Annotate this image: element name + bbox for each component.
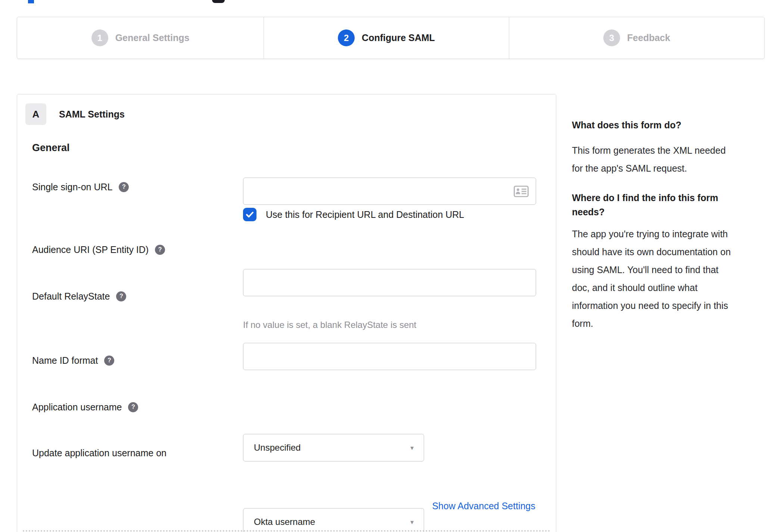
step-label: Configure SAML — [362, 32, 435, 43]
help-answer-1: This form generates the XML needed for t… — [572, 141, 750, 177]
default-relaystate-label: Default RelayState ? — [32, 290, 126, 303]
label-text: Default RelayState — [32, 291, 110, 302]
single-sign-on-url-label: Single sign-on URL ? — [32, 180, 129, 194]
name-id-format-label: Name ID format ? — [32, 354, 114, 367]
help-icon[interactable]: ? — [119, 182, 129, 192]
help-icon[interactable]: ? — [155, 245, 165, 255]
address-book-icon[interactable] — [514, 185, 529, 197]
wizard-stepper: 1 General Settings 2 Configure SAML 3 Fe… — [17, 17, 765, 59]
relaystate-hint: If no value is set, a blank RelayState i… — [243, 320, 416, 330]
step-label: Feedback — [627, 32, 670, 43]
help-icon[interactable]: ? — [104, 356, 114, 366]
chevron-down-icon: ▼ — [409, 445, 415, 451]
label-text: Single sign-on URL — [32, 182, 112, 193]
general-section-heading: General — [32, 142, 70, 154]
label-text: Update application username on — [32, 448, 167, 459]
recipient-destination-checkbox-row: Use this for Recipient URL and Destinati… — [243, 208, 464, 221]
help-question-2: Where do I find the info this form needs… — [572, 191, 750, 219]
application-username-label: Application username ? — [32, 400, 138, 414]
application-username-select[interactable]: Okta username ▼ — [243, 508, 424, 532]
step-number-badge: 3 — [603, 29, 620, 46]
label-text: Application username — [32, 402, 122, 413]
default-relaystate-field — [243, 343, 536, 370]
help-panel: What does this form do? This form genera… — [572, 118, 750, 332]
section-dotted-divider — [23, 530, 550, 532]
step-label: General Settings — [115, 32, 190, 43]
step-number-badge: 1 — [91, 29, 108, 46]
step-general-settings[interactable]: 1 General Settings — [17, 17, 264, 59]
update-application-username-label: Update application username on — [32, 446, 167, 460]
step-number-badge: 2 — [338, 29, 355, 46]
help-icon[interactable]: ? — [116, 291, 126, 301]
recipient-destination-checkbox[interactable] — [243, 208, 256, 221]
clipped-app-logo-remnant — [212, 0, 225, 3]
card-header: A SAML Settings — [25, 103, 125, 125]
selected-value: Okta username — [254, 517, 315, 527]
help-icon[interactable]: ? — [128, 402, 138, 412]
audience-uri-field — [243, 269, 536, 296]
show-advanced-settings-link[interactable]: Show Advanced Settings — [432, 501, 535, 511]
name-id-format-select[interactable]: Unspecified ▼ — [243, 434, 424, 461]
single-sign-on-url-field — [243, 178, 536, 205]
label-text: Name ID format — [32, 355, 98, 366]
help-answer-2: The app you're trying to integrate with … — [572, 225, 750, 332]
audience-uri-input[interactable] — [243, 269, 536, 296]
section-badge: A — [25, 103, 46, 125]
checkmark-icon — [245, 210, 254, 219]
step-configure-saml[interactable]: 2 Configure SAML — [264, 17, 509, 59]
selected-value: Unspecified — [254, 442, 301, 453]
saml-settings-card: A SAML Settings General Single sign-on U… — [17, 94, 556, 532]
label-text: Audience URI (SP Entity ID) — [32, 244, 149, 255]
single-sign-on-url-input[interactable] — [243, 178, 536, 205]
page-root: { "stepper": { "steps": [ { "number": "1… — [0, 0, 781, 532]
recipient-destination-checkbox-label[interactable]: Use this for Recipient URL and Destinati… — [266, 209, 464, 220]
clipped-page-title-remnant — [28, 0, 34, 3]
step-feedback[interactable]: 3 Feedback — [509, 17, 764, 59]
help-question-1: What does this form do? — [572, 118, 750, 132]
chevron-down-icon: ▼ — [409, 519, 415, 525]
default-relaystate-input[interactable] — [243, 343, 536, 370]
audience-uri-label: Audience URI (SP Entity ID) ? — [32, 243, 165, 256]
panel-title: SAML Settings — [59, 109, 125, 120]
